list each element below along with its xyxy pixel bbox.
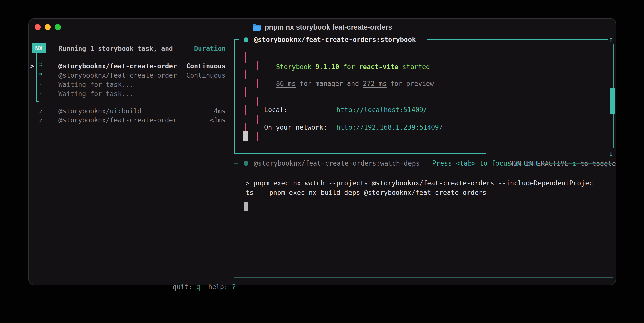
keyboard-hints: quit: q help: ? (157, 273, 236, 301)
quit-label: quit: (173, 283, 192, 291)
task-status: Continuous (186, 61, 226, 71)
nx-logo-badge: NX (32, 43, 46, 53)
watch-panel-border-segment (543, 163, 613, 164)
pending-dot-icon: · (37, 80, 45, 89)
task-duration: <1ms (210, 115, 226, 125)
output-gutter-bar (257, 97, 258, 106)
storybook-panel-title: @storybooknx/feat-create-orders:storyboo… (254, 35, 416, 44)
storybook-panel-border (234, 39, 239, 154)
help-key: ? (232, 283, 236, 291)
scrollbar-thumb[interactable] (610, 88, 615, 114)
completed-task-row[interactable]: @storybooknx/ui:build 4ms (58, 106, 226, 116)
watch-command-line: > pnpm exec nx watch --projects @storybo… (246, 178, 593, 188)
titlebar: pnpm nx storybook feat-create-orders (29, 19, 616, 36)
output-gutter-bar (245, 123, 246, 132)
output-gutter-bar (257, 79, 258, 88)
spinner-icon: ⠛ (37, 71, 45, 80)
output-gutter-bar (257, 61, 258, 70)
timing-text: for preview (387, 80, 434, 87)
task-summary-label: Running 1 storybook task, and (58, 44, 173, 53)
network-label: On your network: (264, 123, 327, 132)
task-duration: 4ms (214, 106, 226, 116)
terminal-cursor (244, 202, 248, 211)
spinner-icon: ⠛ (37, 61, 45, 71)
task-name: @storybooknx/feat-create-order (58, 61, 177, 71)
manager-time: 86 ms (276, 80, 296, 87)
output-gutter-bar (257, 132, 258, 141)
local-label: Local: (264, 105, 288, 115)
task-row[interactable]: @storybooknx/feat-create-order Continuou… (58, 71, 226, 80)
network-url-link[interactable]: http://192.168.1.239:51409/ (336, 123, 443, 132)
output-gutter-bar (257, 115, 258, 124)
terminal-window: pnpm nx storybook feat-create-orders NX … (28, 18, 616, 285)
task-name: @storybooknx/feat-create-order (58, 115, 177, 125)
task-row[interactable]: Waiting for task... (58, 89, 226, 99)
storybook-panel-header-rule (427, 39, 608, 40)
watch-panel-border-segment (234, 163, 238, 164)
terminal-cursor (243, 131, 248, 141)
storybook-panel-bottom-rule (234, 153, 486, 154)
timing-text: for manager and (296, 80, 363, 87)
check-icon: ✓ (37, 106, 45, 116)
folder-icon (252, 24, 261, 31)
window-title: pnpm nx storybook feat-create-orders (265, 23, 392, 31)
output-gutter-bar (245, 70, 246, 79)
task-status: Continuous (186, 71, 226, 80)
task-list-header: Running 1 storybook task, and Duration (58, 44, 226, 53)
task-name: Waiting for task... (58, 89, 133, 99)
scroll-up-icon[interactable]: ↑ (609, 35, 613, 44)
task-row[interactable]: Waiting for task... (58, 80, 226, 89)
watch-command-line: ts -- pnpm exec nx build-deps @storybook… (246, 188, 486, 197)
focus-output-hint: Press <tab> to focus output (432, 158, 539, 168)
help-label: help: (208, 283, 228, 291)
running-bullet-icon (244, 37, 248, 42)
output-gutter-bar (245, 52, 246, 63)
task-row[interactable]: @storybooknx/feat-create-order Continuou… (58, 61, 226, 71)
local-url-link[interactable]: http://localhost:51409/ (336, 105, 427, 115)
idle-bullet-icon (244, 161, 248, 166)
preview-time: 272 ms (363, 80, 387, 87)
task-name: @storybooknx/ui:build (58, 106, 141, 116)
scroll-down-icon[interactable]: ↓ (609, 149, 613, 159)
selection-caret: > (28, 61, 36, 71)
quit-key: q (196, 283, 200, 291)
check-icon: ✓ (37, 115, 45, 125)
task-name: @storybooknx/feat-create-order (58, 71, 177, 80)
pending-dot-icon: · (37, 89, 45, 99)
task-name: Waiting for task... (58, 80, 133, 89)
storybook-timing-line: 86 ms for manager and 272 ms for preview (260, 69, 434, 98)
watch-panel-title: @storybooknx/feat-create-orders:watch-de… (254, 158, 420, 168)
duration-column-header: Duration (194, 44, 226, 53)
output-gutter-bar (245, 87, 246, 97)
completed-task-row[interactable]: @storybooknx/feat-create-order <1ms (58, 115, 226, 125)
output-gutter-bar (245, 105, 246, 115)
